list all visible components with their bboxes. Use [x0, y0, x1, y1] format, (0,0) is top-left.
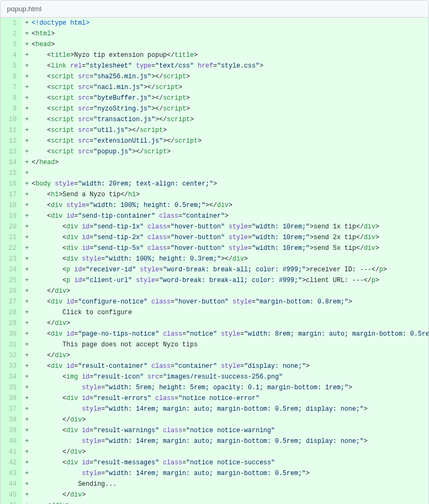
line-number[interactable]: 21 [1, 232, 22, 243]
line-number[interactable]: 8 [1, 93, 22, 103]
line-number[interactable]: 5 [1, 61, 22, 71]
line-number[interactable]: 41 [1, 447, 22, 457]
diff-marker: + [22, 82, 32, 93]
diff-marker: + [22, 157, 32, 168]
line-number[interactable]: 43 [1, 468, 22, 479]
code-line[interactable]: <p id="client-url" style="word-break: br… [32, 275, 428, 286]
line-number[interactable]: 17 [1, 189, 22, 200]
diff-marker: + [22, 71, 32, 82]
code-line[interactable]: <html> [32, 28, 428, 39]
code-line[interactable]: </head> [32, 157, 428, 168]
code-line[interactable]: <script src="transaction.js"></script> [32, 114, 428, 125]
code-line[interactable]: </div> [32, 286, 428, 297]
line-number[interactable]: 23 [1, 254, 22, 264]
line-number[interactable]: 44 [1, 479, 22, 490]
code-line[interactable]: <script src="sha256.min.js"></script> [32, 71, 428, 82]
line-number[interactable]: 42 [1, 457, 22, 468]
diff-marker: + [22, 93, 32, 103]
line-number[interactable]: 35 [1, 382, 22, 393]
code-line[interactable]: <div id="configure-notice" class="hover-… [32, 297, 428, 307]
line-number[interactable]: 29 [1, 318, 22, 329]
code-line[interactable]: </div> [32, 447, 428, 457]
code-line[interactable]: </div> [32, 350, 428, 361]
line-number[interactable]: 28 [1, 307, 22, 318]
code-line[interactable]: <head> [32, 39, 428, 50]
code-line[interactable]: <script src="popup.js"></script> [32, 146, 428, 157]
code-line[interactable]: style="width: 14rem; margin: auto; margi… [32, 468, 428, 479]
code-line[interactable]: <div id="result-container" class="contai… [32, 361, 428, 372]
diff-row: 16+<body style="width: 20rem; text-align… [1, 179, 428, 189]
code-line[interactable]: <div id="page-no-tips-notice" class="not… [32, 329, 428, 339]
code-line[interactable]: <div style="width: 100%; height: 0.5rem;… [32, 200, 428, 211]
code-line[interactable]: <div id="result-warnings" class="notice … [32, 425, 428, 436]
line-number[interactable]: 30 [1, 329, 22, 339]
line-number[interactable]: 37 [1, 404, 22, 414]
diff-row: 27+ <div id="configure-notice" class="ho… [1, 297, 428, 307]
code-line[interactable]: Sending... [32, 479, 428, 490]
code-line[interactable]: </div> [32, 414, 428, 425]
line-number[interactable]: 31 [1, 339, 22, 350]
line-number[interactable]: 13 [1, 146, 22, 157]
line-number[interactable]: 18 [1, 200, 22, 211]
line-number[interactable]: 11 [1, 125, 22, 136]
code-line[interactable]: </div> [32, 490, 428, 500]
code-line[interactable]: style="width: 14rem; margin: auto; margi… [32, 436, 428, 447]
line-number[interactable]: 14 [1, 157, 22, 168]
line-number[interactable]: 46 [1, 500, 22, 504]
code-line[interactable]: <!doctype html> [32, 18, 428, 28]
code-line[interactable]: This page does not accept Nyzo tips [32, 339, 428, 350]
code-line[interactable]: <link rel="stylesheet" type="text/css" h… [32, 61, 428, 71]
line-number[interactable]: 38 [1, 414, 22, 425]
code-line[interactable]: <script src="byteBuffer.js"></script> [32, 93, 428, 103]
line-number[interactable]: 1 [1, 18, 22, 28]
line-number[interactable]: 25 [1, 275, 22, 286]
code-line[interactable]: <script src="nyzoString.js"></script> [32, 103, 428, 114]
line-number[interactable]: 20 [1, 221, 22, 232]
code-line[interactable]: <h1>Send a Nyzo tip</h1> [32, 189, 428, 200]
code-line[interactable]: </div> [32, 500, 428, 504]
diff-marker: + [22, 490, 32, 500]
line-number[interactable]: 6 [1, 71, 22, 82]
code-line[interactable]: </div> [32, 318, 428, 329]
code-line[interactable]: Click to configure [32, 307, 428, 318]
line-number[interactable]: 22 [1, 243, 22, 254]
line-number[interactable]: 24 [1, 264, 22, 275]
line-number[interactable]: 2 [1, 28, 22, 39]
code-line[interactable]: <body style="width: 20rem; text-align: c… [32, 179, 428, 189]
line-number[interactable]: 10 [1, 114, 22, 125]
line-number[interactable]: 27 [1, 297, 22, 307]
code-line[interactable]: <script src="nacl.min.js"></script> [32, 82, 428, 93]
line-number[interactable]: 45 [1, 490, 22, 500]
code-line[interactable]: <script src="extensionUtil.js"></script> [32, 136, 428, 146]
code-line[interactable] [32, 168, 428, 179]
code-line[interactable]: <img id="result-icon" src="images/result… [32, 372, 428, 382]
code-line[interactable]: <div id="send-tip-5x" class="hover-butto… [32, 243, 428, 254]
code-line[interactable]: <div id="send-tip-2x" class="hover-butto… [32, 232, 428, 243]
line-number[interactable]: 4 [1, 50, 22, 61]
line-number[interactable]: 19 [1, 211, 22, 221]
code-line[interactable]: <div id="send-tip-container" class="cont… [32, 211, 428, 221]
line-number[interactable]: 40 [1, 436, 22, 447]
line-number[interactable]: 7 [1, 82, 22, 93]
line-number[interactable]: 36 [1, 393, 22, 404]
line-number[interactable]: 32 [1, 350, 22, 361]
line-number[interactable]: 26 [1, 286, 22, 297]
code-line[interactable]: <div id="send-tip-1x" class="hover-butto… [32, 221, 428, 232]
code-line[interactable]: style="width: 5rem; height: 5rem; opacit… [32, 382, 428, 393]
code-line[interactable]: <div id="result-messages" class="notice … [32, 457, 428, 468]
line-number[interactable]: 9 [1, 103, 22, 114]
line-number[interactable]: 39 [1, 425, 22, 436]
line-number[interactable]: 34 [1, 372, 22, 382]
line-number[interactable]: 15 [1, 168, 22, 179]
line-number[interactable]: 3 [1, 39, 22, 50]
line-number[interactable]: 33 [1, 361, 22, 372]
code-line[interactable]: <div id="result-errors" class="notice no… [32, 393, 428, 404]
line-number[interactable]: 12 [1, 136, 22, 146]
line-number[interactable]: 16 [1, 179, 22, 189]
code-line[interactable]: <div style="width: 100%; height: 0.3rem;… [32, 254, 428, 264]
file-header[interactable]: popup.html [1, 1, 428, 18]
code-line[interactable]: <title>Nyzo tip extension popup</title> [32, 50, 428, 61]
code-line[interactable]: <script src="util.js"></script> [32, 125, 428, 136]
code-line[interactable]: style="width: 14rem; margin: auto; margi… [32, 404, 428, 414]
code-line[interactable]: <p id="receiver-id" style="word-break: b… [32, 264, 428, 275]
